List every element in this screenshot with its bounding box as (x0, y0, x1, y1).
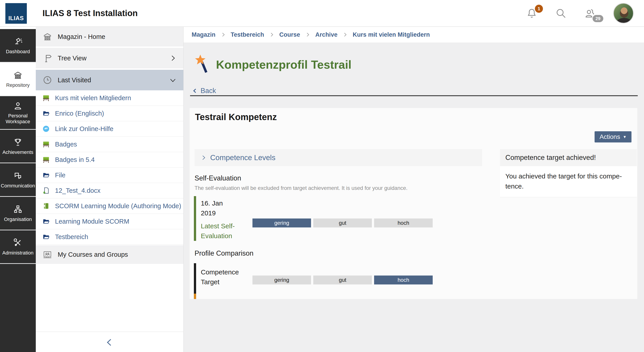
page-title-row: Kompetenzprofil Testrail (193, 54, 352, 75)
chevron-left-icon (105, 336, 114, 347)
chevron-right-icon (169, 54, 177, 62)
latest-self-evaluation-link[interactable]: Latest Self-Evaluation (201, 221, 246, 241)
competence-target-entry: Competence Target gering gut hoch (194, 263, 480, 294)
rail-item-organisation[interactable]: Organisation (0, 197, 36, 230)
target-achieved-panel: Competence target achieved! You achieved… (500, 149, 637, 197)
rail-item-repository[interactable]: Repository (0, 62, 36, 96)
scale-segment-gut: gut (313, 276, 372, 284)
profile-comparison-heading: Profile Comparison (194, 249, 254, 258)
course-icon (42, 141, 50, 148)
actions-dropdown-button[interactable]: Actions ▼ (594, 131, 632, 142)
dashboard-lamp-icon (13, 37, 23, 46)
course-icon (42, 156, 50, 163)
self-evaluation-entry: 16. Jan 2019 Latest Self-Evaluation geri… (194, 196, 480, 241)
person-icon (13, 101, 23, 111)
page-title: Kompetenzprofil Testrail (216, 58, 352, 71)
file-download-icon (42, 187, 50, 194)
courses-group-icon (42, 250, 52, 260)
scale-segment-gering: gering (252, 276, 311, 284)
breadcrumb-course[interactable]: Course (279, 31, 300, 38)
chat-bubbles-icon (13, 171, 23, 181)
signpost-icon (42, 53, 52, 63)
self-evaluation-heading: Self-Evaluation (194, 174, 241, 182)
weblink-icon (42, 125, 50, 132)
ilias-logo[interactable]: ILIAS (5, 3, 27, 24)
self-evaluation-description: The self-evaluation will be excluded fro… (194, 185, 408, 191)
repository-sidebar: Magazin - Home Tree View Last Visited Ku… (36, 27, 184, 352)
last-visited-item-kurs[interactable]: Kurs mit vielen Mitgliedern (36, 90, 183, 106)
rail-item-achievements[interactable]: Achievements (0, 130, 36, 163)
last-visited-item-lm-scorm[interactable]: Learning Module SCORM (36, 214, 183, 229)
header-actions: 1 29 (526, 0, 634, 26)
last-visited-item-scorm-authoring[interactable]: SCORM Learning Module (Authoring Mode) (36, 198, 183, 214)
tools-icon (13, 238, 23, 248)
notifications-badge: 1 (535, 5, 543, 13)
next-entry-marker (194, 294, 196, 299)
chevron-right-icon (220, 32, 226, 37)
breadcrumb-archive[interactable]: Archive (315, 31, 338, 38)
last-visited-item-online-help[interactable]: Link zur Online-Hilfe (36, 121, 183, 137)
top-header: ILIAS ILIAS 8 Test Installation 1 29 (0, 0, 644, 27)
folder-icon (42, 218, 50, 225)
sidebar-item-magazin-home[interactable]: Magazin - Home (36, 27, 183, 46)
user-avatar[interactable] (613, 3, 634, 24)
main-content: Magazin Testbereich Course Archive Kurs … (184, 27, 644, 352)
contacts-badge: 29 (592, 15, 603, 22)
last-visited-item-file[interactable]: File (36, 168, 183, 183)
folder-icon (42, 110, 50, 117)
scale-segment-gut: gut (313, 218, 372, 228)
chevron-right-icon (269, 32, 274, 37)
course-icon (42, 94, 50, 102)
target-achieved-body: You achieved the target for this compe­t… (500, 166, 637, 197)
trophy-icon (13, 137, 23, 147)
repository-bank-icon (13, 70, 23, 80)
folder-icon (42, 172, 50, 179)
magic-wand-icon (193, 54, 210, 75)
main-nav-rail: Dashboard Repository Personal Workspace … (0, 29, 36, 352)
scale-segment-gering: gering (252, 218, 311, 228)
last-visited-item-docx[interactable]: 12_Test_4.docx (36, 183, 183, 198)
notifications-bell-icon[interactable]: 1 (526, 8, 538, 19)
last-visited-item-badges[interactable]: Badges (36, 137, 183, 152)
back-link[interactable]: Back (192, 87, 216, 95)
scorm-module-icon (42, 202, 50, 210)
competence-levels-toggle[interactable]: Competence Levels (194, 149, 482, 166)
last-visited-item-testbereich[interactable]: Testbereich (36, 229, 183, 245)
chevron-left-icon (192, 88, 198, 94)
entry-date-line2: 2019 (201, 208, 480, 218)
breadcrumb: Magazin Testbereich Course Archive Kurs … (184, 27, 644, 42)
self-evaluation-scale: gering gut hoch (252, 218, 433, 228)
last-visited-item-enrico[interactable]: Enrico (Englisch) (36, 106, 183, 121)
contacts-users-icon[interactable]: 29 (584, 8, 596, 19)
rail-item-personal-workspace[interactable]: Personal Workspace (0, 96, 36, 130)
competence-target-label: Competence Target (201, 267, 248, 287)
rail-item-administration[interactable]: Administration (0, 230, 36, 264)
target-achieved-heading: Competence target achieved! (500, 149, 637, 166)
competence-card-heading: Testrail Kompetenz (195, 112, 277, 122)
sidebar-item-last-visited[interactable]: Last Visited (36, 70, 183, 90)
chevron-right-icon (342, 32, 348, 37)
last-visited-item-badges-54[interactable]: Badges in 5.4 (36, 152, 183, 168)
entry-date-line1: 16. Jan (201, 198, 480, 208)
breadcrumb-magazin[interactable]: Magazin (192, 31, 216, 38)
competence-target-scale: gering gut hoch (252, 276, 433, 284)
breadcrumb-kurs[interactable]: Kurs mit vielen Mitgliedern (353, 31, 430, 38)
breadcrumb-testbereich[interactable]: Testbereich (231, 31, 264, 38)
collapse-sidebar-button[interactable] (36, 332, 183, 352)
rail-item-communication[interactable]: Communication (0, 163, 36, 197)
org-chart-icon (13, 204, 23, 214)
scale-segment-hoch: hoch (374, 276, 433, 284)
installation-title: ILIAS 8 Test Installation (42, 0, 138, 26)
section-divider (190, 95, 638, 96)
sidebar-item-my-courses[interactable]: My Courses and Groups (36, 245, 183, 264)
search-icon[interactable] (555, 8, 567, 19)
chevron-right-icon (200, 154, 206, 161)
folder-icon (42, 233, 50, 240)
chevron-right-icon (305, 32, 310, 37)
chevron-down-icon (169, 76, 177, 84)
competence-card: Testrail Kompetenz Actions ▼ Competence … (190, 108, 637, 299)
caret-down-icon: ▼ (623, 135, 626, 139)
clock-icon (42, 75, 52, 85)
sidebar-item-tree-view[interactable]: Tree View (36, 48, 183, 68)
rail-item-dashboard[interactable]: Dashboard (0, 29, 36, 62)
